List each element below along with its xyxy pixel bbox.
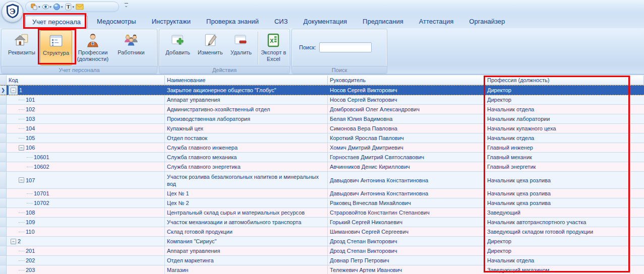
code-cell: 10601 — [7, 153, 165, 162]
collapse-box-icon[interactable]: − — [11, 88, 16, 93]
tab-4[interactable]: СИЗ — [268, 16, 295, 28]
tree-connector — [19, 222, 25, 223]
column-header[interactable]: Руководитель — [328, 76, 485, 85]
udalit-button[interactable]: Удалить — [226, 30, 256, 65]
row-indicator — [0, 105, 7, 114]
dobavit-button[interactable]: Добавить — [161, 30, 194, 65]
extra-cell — [630, 227, 644, 236]
collapse-box-icon[interactable]: − — [19, 177, 24, 183]
column-header[interactable]: Профессия (должность) — [485, 76, 630, 85]
tab-0[interactable]: Учет персонала — [25, 16, 88, 28]
rabotniki-button[interactable]: Работники — [113, 30, 149, 65]
name-cell: Цех № 1 — [165, 189, 328, 198]
table-row[interactable]: 201Аппарат управленияДрозд Степан Виктор… — [0, 246, 644, 256]
table-row[interactable]: −107Участок розлива безалкогольных напит… — [0, 172, 644, 189]
table-row[interactable]: 110Склад готовой продукцииШиманович Серг… — [0, 227, 644, 237]
code-value: 106 — [26, 145, 35, 151]
tree-zone — [9, 208, 26, 217]
name-cell: Центральный склад сырья и материальных р… — [165, 208, 328, 217]
code-value: 10601 — [34, 154, 49, 160]
collapse-box-icon[interactable]: − — [11, 239, 16, 244]
tree-zone — [9, 227, 26, 236]
tree-zone — [9, 124, 26, 133]
table-row[interactable]: 109Участок механизации и автомобильного … — [0, 218, 644, 227]
layers-icon[interactable]: ▾ — [30, 3, 41, 11]
text-style-icon[interactable]: T ▾ — [64, 3, 75, 11]
code-value: 105 — [26, 135, 35, 141]
table-row[interactable]: 10701Цех № 1Давыдович Антонина Константи… — [0, 189, 644, 198]
code-value: 10602 — [34, 164, 49, 170]
table-row[interactable]: −106Служба главного инженераХомич Дмитри… — [0, 143, 644, 153]
tab-8[interactable]: Органайзер — [462, 16, 511, 28]
extra-cell — [630, 189, 644, 198]
search-input[interactable] — [319, 42, 372, 52]
tab-2[interactable]: Инструктажи — [145, 16, 197, 28]
column-header-extra — [630, 76, 644, 85]
tree-connector — [19, 138, 25, 139]
app-menu-button[interactable]: Э — [2, 1, 23, 23]
column-header[interactable]: Код — [7, 76, 165, 85]
table-row[interactable]: 101Аппарат управленияНосов Сергей Виктор… — [0, 95, 644, 105]
tree-zone — [9, 133, 26, 143]
table-row[interactable]: 202Отдел маркетингаДовнар Петр ПетровичН… — [0, 256, 644, 265]
table-row[interactable]: 10702Цех № 2Раковец Вячеслав МихайловичН… — [0, 198, 644, 208]
eye-icon[interactable]: ▾ — [41, 3, 52, 11]
manager-cell: Шиманович Сергей Сергеевич — [328, 227, 485, 236]
rekvizity-button[interactable]: Реквизиты — [4, 30, 40, 65]
add-window-icon — [170, 32, 186, 49]
row-indicator: ❯ — [0, 86, 7, 95]
table-row[interactable]: 103Производственная лабораторияБелая Юли… — [0, 114, 644, 124]
people-group-icon — [123, 32, 139, 49]
table-header-row: КодНаименованиеРуководительПрофессия (до… — [0, 76, 644, 85]
row-indicator — [0, 218, 7, 227]
manager-cell: Дрозд Степан Викторович — [328, 237, 485, 246]
code-value: 10701 — [34, 190, 49, 196]
code-cell: −1 — [7, 86, 165, 95]
tree-zone: − — [9, 172, 26, 188]
professii-button[interactable]: Профессии (должности) — [72, 30, 113, 65]
row-indicator — [0, 153, 7, 162]
tree-zone — [9, 153, 34, 162]
table-row[interactable]: 10602Служба главного энергетикаАвчиннико… — [0, 162, 644, 172]
structure-tree-icon — [48, 32, 64, 49]
collapse-box-icon[interactable]: − — [19, 145, 24, 151]
izmenit-button[interactable]: Изменить — [194, 30, 226, 65]
position-cell: Директор — [485, 86, 630, 95]
position-cell: Начальник отдела — [485, 256, 630, 265]
name-cell: Служба главного энергетика — [165, 162, 328, 171]
table-row[interactable]: 108Центральный склад сырья и материальны… — [0, 208, 644, 218]
tab-3[interactable]: Проверка знаний — [200, 16, 265, 28]
mail-icon[interactable] — [75, 3, 84, 11]
tree-indent — [11, 148, 19, 148]
button-label: Реквизиты — [8, 49, 35, 56]
table-row[interactable]: ❯−1Закрытое акционерное общество "Глобус… — [0, 85, 644, 95]
tree-zone — [9, 198, 34, 208]
tab-6[interactable]: Предписания — [356, 16, 410, 28]
group-poisk: Поиск: Поиск — [291, 29, 387, 74]
sphere-icon[interactable]: ▾ — [52, 3, 64, 11]
tab-5[interactable]: Документация — [297, 16, 354, 28]
manager-cell: Горностаев Дмитрий Святославович — [328, 153, 485, 162]
tree-indent — [11, 193, 27, 194]
row-indicator — [0, 198, 7, 208]
table-row[interactable]: 203МагазинТележевич Артем ИвановичЗаведу… — [0, 265, 644, 274]
tree-indent — [11, 232, 19, 232]
table-row[interactable]: 104Купажный цехСимонова Вера ПавловнаНач… — [0, 124, 644, 133]
tab-7[interactable]: Аттестация — [413, 16, 460, 28]
extra-cell — [630, 124, 644, 133]
code-value: 10702 — [34, 200, 49, 206]
column-header[interactable]: Наименование — [165, 76, 328, 85]
table-row[interactable]: −2Компания "Сириус"Дрозд Степан Викторов… — [0, 237, 644, 246]
tree-connector — [27, 193, 33, 194]
row-indicator — [0, 133, 7, 143]
group-caption: Учет персонала — [2, 66, 157, 74]
table-row[interactable]: 10601Служба главного механикаГорностаев … — [0, 153, 644, 162]
qat-customize-button[interactable]: ⌄ — [123, 3, 129, 10]
extra-cell — [630, 172, 644, 188]
table-row[interactable]: 102Административно-хозяйственный отделДо… — [0, 105, 644, 114]
export-excel-button[interactable]: X Экспорт в Excel — [260, 30, 287, 65]
tab-1[interactable]: Медосмотры — [90, 16, 143, 28]
structure-button[interactable]: Структура — [40, 30, 72, 65]
table-row[interactable]: 105Отдел поставокКороткий Ярослав Павлов… — [0, 133, 644, 143]
position-cell: Заведующий складом готовой продукции — [485, 227, 630, 236]
